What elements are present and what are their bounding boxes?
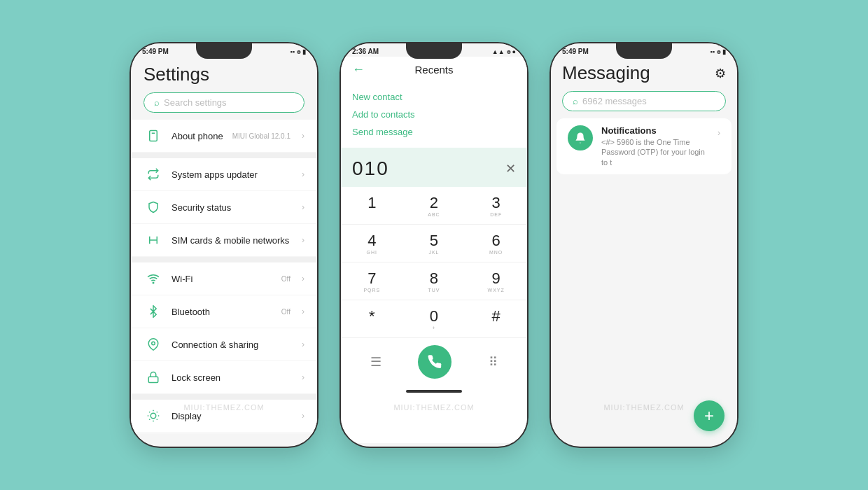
- messaging-header: Messaging ⚙: [551, 57, 737, 87]
- lock-icon: [144, 368, 163, 387]
- keypad-icon[interactable]: ⠿: [489, 354, 498, 370]
- key-star[interactable]: *: [341, 300, 403, 338]
- notification-avatar: [568, 125, 593, 150]
- status-icons-messaging: ▪▪ ⌾ ▮: [710, 48, 726, 55]
- key-8[interactable]: 8 TUV: [403, 262, 465, 300]
- home-indicator-dialer: [406, 390, 462, 393]
- battery-dialer-icon: ●: [512, 48, 516, 55]
- key-9[interactable]: 9 WXYZ: [465, 262, 527, 300]
- gear-icon[interactable]: ⚙: [715, 66, 726, 81]
- send-message-link[interactable]: Send message: [352, 123, 516, 141]
- delete-button[interactable]: ✕: [505, 161, 516, 176]
- sim-chevron: ›: [302, 235, 304, 245]
- battery-msg-icon: ▮: [722, 48, 726, 55]
- sysapps-chevron: ›: [302, 169, 304, 179]
- msg-search-placeholder: 6962 messages: [582, 96, 647, 106]
- notification-text: Notifications <#> 5960 is the One Time P…: [601, 125, 709, 167]
- settings-item-security[interactable]: Security status ›: [131, 191, 317, 223]
- about-icon: [144, 126, 163, 146]
- notch-dialer: [406, 43, 462, 59]
- security-label: Security status: [172, 202, 293, 213]
- settings-item-bluetooth[interactable]: Bluetooth Off ›: [131, 295, 317, 328]
- svg-rect-0: [150, 131, 158, 141]
- new-contact-link[interactable]: New contact: [352, 88, 516, 106]
- settings-item-sound[interactable]: Sound & vibration ›: [131, 433, 317, 433]
- settings-item-sysapps[interactable]: System apps updater ›: [131, 158, 317, 190]
- key-8-main: 8: [430, 270, 438, 288]
- key-3-main: 3: [492, 194, 500, 212]
- key-0[interactable]: 0 +: [403, 300, 465, 338]
- settings-search-bar[interactable]: ⌕ Search settings: [144, 92, 304, 113]
- display-icon: [144, 406, 163, 426]
- wifi-label: Wi-Fi: [172, 274, 273, 284]
- key-6-main: 6: [492, 232, 500, 250]
- back-button[interactable]: ←: [352, 62, 365, 77]
- add-contacts-link[interactable]: Add to contacts: [352, 106, 516, 123]
- key-3[interactable]: 3 DEF: [465, 187, 527, 225]
- search-icon: ⌕: [154, 97, 160, 108]
- key-4-sub: GHI: [367, 250, 377, 255]
- dialer-number: 010: [352, 158, 389, 180]
- sim-icon: [144, 230, 163, 250]
- dialer-actions: New contact Add to contacts Send message: [341, 83, 527, 146]
- connection-label: Connection & sharing: [172, 340, 293, 350]
- menu-icon[interactable]: ☰: [370, 354, 382, 370]
- key-9-sub: WXYZ: [488, 288, 505, 293]
- time-settings: 5:49 PM: [142, 48, 169, 55]
- time-dialer: 2:36 AM: [352, 48, 379, 55]
- key-5[interactable]: 5 JKL: [403, 225, 465, 262]
- settings-item-lockscreen[interactable]: Lock screen ›: [131, 361, 317, 393]
- bluetooth-icon: [144, 302, 163, 321]
- key-star-main: *: [369, 307, 375, 326]
- svg-line-12: [157, 419, 158, 420]
- svg-line-16: [157, 412, 158, 412]
- dialer-header: ← Recents: [341, 57, 527, 83]
- dialer-footer: ☰ ⠿: [341, 338, 527, 386]
- settings-item-sim[interactable]: SIM cards & mobile networks ›: [131, 224, 317, 256]
- settings-item-about[interactable]: About phone MIUI Global 12.0.1 ›: [131, 120, 317, 152]
- key-7[interactable]: 7 PQRS: [341, 262, 403, 300]
- sim-label: SIM cards & mobile networks: [172, 235, 293, 246]
- svg-rect-7: [148, 377, 158, 382]
- key-1[interactable]: 1: [341, 187, 403, 225]
- messaging-search-bar[interactable]: ⌕ 6962 messages: [562, 91, 726, 111]
- sysapps-icon: [144, 164, 163, 184]
- bluetooth-sublabel: Off: [281, 308, 290, 316]
- key-star-sub: [371, 326, 373, 330]
- key-3-sub: DEF: [490, 212, 502, 217]
- key-2[interactable]: 2 ABC: [403, 187, 465, 225]
- key-6-sub: MNO: [489, 250, 503, 255]
- key-hash[interactable]: #: [465, 300, 527, 338]
- settings-item-display[interactable]: Display ›: [131, 400, 317, 432]
- wifi-sublabel: Off: [281, 275, 290, 283]
- key-1-sub: [371, 212, 373, 217]
- signal-icon: ▪▪: [290, 48, 295, 55]
- status-icons-dialer: ▲▲ ⌾ ●: [492, 48, 516, 55]
- key-5-sub: JKL: [428, 250, 439, 255]
- key-2-sub: ABC: [428, 212, 440, 217]
- lockscreen-chevron: ›: [302, 372, 304, 382]
- settings-item-wifi[interactable]: Wi-Fi Off ›: [131, 262, 317, 295]
- display-label: Display: [172, 411, 293, 421]
- key-4[interactable]: 4 GHI: [341, 225, 403, 262]
- compose-fab[interactable]: +: [694, 400, 724, 431]
- bluetooth-label: Bluetooth: [172, 307, 273, 317]
- battery-icon: ▮: [302, 48, 306, 55]
- settings-header: Settings ⌕ Search settings: [131, 57, 317, 117]
- key-8-sub: TUV: [428, 288, 440, 293]
- call-button[interactable]: [418, 345, 451, 379]
- settings-title: Settings: [144, 64, 304, 85]
- divider2: [131, 257, 317, 262]
- dialer-content: ← Recents New contact Add to contacts Se…: [341, 57, 527, 443]
- wifi-chevron: ›: [302, 274, 304, 284]
- settings-item-connection[interactable]: Connection & sharing ›: [131, 328, 317, 360]
- key-6[interactable]: 6 MNO: [465, 225, 527, 262]
- key-9-main: 9: [492, 270, 500, 288]
- settings-phone: 5:49 PM ▪▪ ⌾ ▮ Settings ⌕ Search setting…: [130, 42, 318, 448]
- messaging-phone: 5:49 PM ▪▪ ⌾ ▮ Messaging ⚙ ⌕ 6962 messag…: [550, 42, 738, 448]
- wifi-dialer-icon: ⌾: [507, 48, 510, 55]
- notification-item[interactable]: Notifications <#> 5960 is the One Time P…: [556, 118, 732, 174]
- svg-line-11: [149, 412, 150, 412]
- divider1: [131, 153, 317, 158]
- key-7-main: 7: [368, 270, 376, 288]
